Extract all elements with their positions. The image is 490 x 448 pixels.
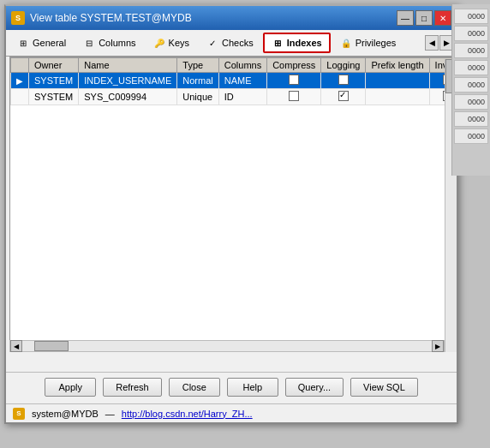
nav-prev-button[interactable]: ◀: [425, 35, 439, 51]
refresh-button[interactable]: Refresh: [103, 378, 162, 397]
minimize-button[interactable]: —: [397, 10, 414, 26]
tab-privileges-label: Privileges: [356, 38, 397, 48]
col-type: Type: [177, 58, 218, 73]
logging-checkbox[interactable]: [338, 75, 349, 85]
general-icon: ⊞: [17, 37, 29, 49]
row-prefix-length: [366, 73, 429, 89]
keys-icon: 🔑: [153, 37, 165, 49]
columns-icon: ⊟: [83, 37, 95, 49]
logging-checkbox-2[interactable]: [338, 91, 349, 101]
side-item-1: 0000: [454, 9, 488, 24]
row-name: SYS_C009994: [79, 89, 177, 105]
title-buttons: — □ ✕: [397, 10, 451, 26]
compress-checkbox-2[interactable]: [289, 91, 299, 101]
row-type: Normal: [177, 73, 218, 89]
scroll-right-button[interactable]: ▶: [432, 340, 444, 352]
row-logging: [321, 89, 366, 105]
table-row[interactable]: SYSTEM SYS_C009994 Unique ID: [11, 89, 454, 105]
side-item-5: 0000: [454, 77, 488, 93]
maximize-button[interactable]: □: [415, 10, 433, 26]
side-item-4: 0000: [454, 60, 488, 75]
title-bar: S View table SYSTEM.TEST@MYDB — □ ✕: [6, 6, 457, 30]
close-button[interactable]: ✕: [434, 10, 451, 26]
col-indicator: [11, 58, 29, 73]
row-prefix-length: [366, 89, 429, 105]
row-type: Unique: [177, 89, 218, 105]
tab-general-label: General: [33, 38, 66, 48]
tab-keys[interactable]: 🔑 Keys: [146, 33, 197, 52]
row-columns: NAME: [218, 73, 266, 89]
status-separator: —: [105, 409, 115, 419]
query-button[interactable]: Query...: [285, 378, 344, 397]
row-indicator: ▶: [11, 73, 29, 89]
tab-checks[interactable]: ✓ Checks: [199, 33, 261, 52]
status-user: system@MYDB: [32, 409, 99, 419]
scroll-left-button[interactable]: ◀: [10, 340, 22, 352]
row-owner: SYSTEM: [29, 73, 79, 89]
background-panel: 0000 0000 0000 0000 0000 0000 0000 0000: [451, 4, 490, 176]
indexes-icon: ⊞: [272, 37, 284, 49]
tab-keys-label: Keys: [169, 38, 189, 48]
tab-privileges[interactable]: 🔒 Privileges: [332, 33, 404, 52]
row-compress: [267, 73, 321, 89]
index-table: Owner Name Type Columns Compress Logging…: [10, 57, 453, 105]
horizontal-scrollbar[interactable]: ◀ ▶: [9, 340, 445, 352]
side-item-7: 0000: [454, 111, 488, 127]
col-compress: Compress: [267, 58, 321, 73]
tab-indexes-label: Indexes: [287, 38, 322, 48]
index-table-container[interactable]: Owner Name Type Columns Compress Logging…: [9, 57, 453, 348]
status-url: http://blog.csdn.net/Harry_ZH...: [122, 409, 253, 419]
apply-button[interactable]: Apply: [45, 378, 96, 397]
row-logging: [321, 73, 366, 89]
compress-checkbox[interactable]: [289, 75, 299, 85]
side-item-6: 0000: [454, 94, 488, 110]
tab-indexes[interactable]: ⊞ Indexes: [263, 33, 331, 53]
row-indicator: [11, 89, 29, 105]
window-icon: S: [11, 11, 25, 25]
side-item-3: 0000: [454, 43, 488, 58]
privileges-icon: 🔒: [340, 37, 352, 49]
row-owner: SYSTEM: [29, 89, 79, 105]
side-item-8: 0000: [454, 128, 488, 144]
checks-icon: ✓: [206, 37, 218, 49]
row-columns: ID: [218, 89, 266, 105]
tab-checks-label: Checks: [222, 38, 254, 48]
window-title: View table SYSTEM.TEST@MYDB: [30, 12, 397, 24]
col-columns: Columns: [218, 58, 266, 73]
main-window: S View table SYSTEM.TEST@MYDB — □ ✕ ⊞ Ge…: [4, 4, 458, 424]
tab-nav: ◀ ▶: [425, 35, 453, 51]
action-bar: Apply Refresh Close Help Query... View S…: [6, 372, 457, 402]
row-compress: [267, 89, 321, 105]
table-header-row: Owner Name Type Columns Compress Logging…: [11, 58, 454, 73]
row-name: INDEX_USERNAME: [79, 73, 177, 89]
status-bar: S system@MYDB — http://blog.csdn.net/Har…: [6, 403, 457, 422]
scroll-thumb[interactable]: [34, 341, 69, 351]
col-prefix-length: Prefix length: [366, 58, 429, 73]
tab-bar: ⊞ General ⊟ Columns 🔑 Keys ✓ Checks ⊞ In…: [6, 30, 457, 57]
status-icon: S: [13, 408, 25, 420]
tab-columns-label: Columns: [99, 38, 135, 48]
help-button[interactable]: Help: [227, 378, 278, 397]
side-item-2: 0000: [454, 26, 488, 41]
table-row[interactable]: ▶ SYSTEM INDEX_USERNAME Normal NAME: [11, 73, 454, 89]
close-button-bottom[interactable]: Close: [169, 378, 220, 397]
tab-columns[interactable]: ⊟ Columns: [75, 33, 143, 52]
tab-general[interactable]: ⊞ General: [9, 33, 74, 52]
col-logging: Logging: [321, 58, 366, 73]
col-name: Name: [79, 58, 177, 73]
view-sql-button[interactable]: View SQL: [350, 378, 418, 397]
col-owner: Owner: [29, 58, 79, 73]
